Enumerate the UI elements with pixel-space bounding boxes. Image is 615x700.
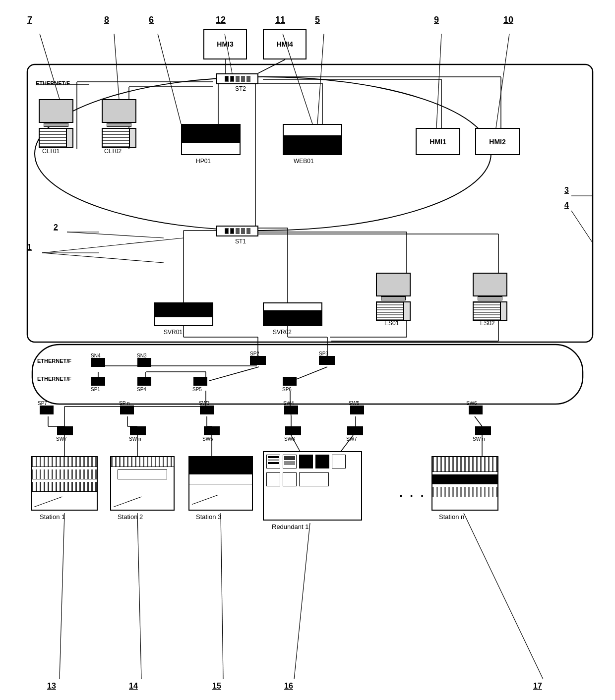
svg-line-5 [258,59,285,73]
arrow-lines-svg [0,0,615,700]
ref-4: 4 [564,201,569,210]
hmi2-box: HMI2 [475,128,520,155]
sp4-label: SP n [119,401,130,406]
svg-line-68 [114,34,119,99]
svr02-label: SVR02 [273,329,292,336]
sw7-label: SW7 [346,436,357,442]
ref-12: 11 [275,15,285,25]
st2-switch [216,73,258,84]
redundant1-label: Redundant 1 [272,523,308,530]
swn-switch [475,426,491,435]
sp1-switch [193,377,207,386]
ref-7: 7 [27,15,32,25]
sn3-label: SP4 [137,387,146,392]
connections-svg [0,0,615,700]
sp2-label: SP6 [282,387,292,392]
sw2-label: SP3 [319,351,328,356]
es02-label: ES02 [480,320,494,327]
sp5-label: SW3 [199,401,210,406]
station3-box [188,456,253,511]
spn-switch [469,406,483,414]
ref-6: 6 [149,15,154,25]
sw1-switch [250,356,266,365]
hmi1-label: HMI1 [430,138,446,146]
sw5-switch [204,426,220,435]
es02-computer [473,273,507,321]
sw6-switch [285,426,301,435]
svg-line-84 [221,513,223,679]
sn4-switch [137,358,151,367]
svg-line-86 [464,513,543,679]
spn-label: SW6 [466,401,477,406]
svg-line-74 [496,34,509,128]
ref-10: 10 [503,15,513,25]
svg-line-85 [294,523,310,679]
station2-box [110,456,175,511]
sp6-label: SW4 [283,401,294,406]
sw4-switch [130,426,146,435]
clt01-label: CLT01 [42,148,60,155]
svr02-server [263,302,322,327]
sw3-switch [57,426,73,435]
es01-label: ES01 [384,320,399,327]
station2-label: Station 2 [118,513,143,521]
sp7-switch [350,406,364,414]
ref-8: 8 [104,15,109,25]
sw1-label: SP2 [250,351,259,356]
st1-switch [216,226,258,236]
svg-line-42 [293,367,327,381]
ref-13: 13 [47,682,56,691]
hmi3-label: HMI3 [217,40,233,48]
ref-16: 16 [284,682,293,691]
ref-2: 2 [54,223,58,232]
svg-line-83 [137,513,141,679]
ref-9: 9 [434,15,439,25]
es01-computer [376,273,411,321]
stationn-box [431,456,498,511]
hp01-label: HP01 [196,158,211,165]
sw7-switch [347,426,363,435]
sw2-switch [319,356,335,365]
redundant1-box [263,451,362,521]
sn1-label: SP1 [91,387,100,392]
web01-label: WEB01 [294,158,314,165]
web01-server [283,124,342,156]
svg-line-76 [571,211,593,243]
ref-3: 3 [564,186,569,195]
sp3-label: SP7 [38,401,47,406]
sw6-label: SW6 [284,436,295,442]
swn-label: SW n [473,436,485,442]
clt02-label: CLT02 [104,148,122,155]
hp01-server [181,124,241,156]
hmi1-box: HMI1 [416,128,460,155]
svg-line-72 [317,34,324,124]
ref-1: 1 [27,243,32,252]
ethernet-f-label-2: ETHERNET/F [37,376,71,382]
diagram-container: 7 8 6 12 11 5 9 10 HMI3 HMI4 ETHERNET/F … [0,0,615,700]
sp1-label: SP5 [192,387,202,392]
hmi4-box: HMI4 [263,29,307,59]
svg-line-69 [158,34,181,124]
svg-rect-2 [32,345,583,404]
ethernet-f-label-top: ETHERNET/F [36,80,70,86]
hmi2-label: HMI2 [489,138,505,146]
sn2-label: SN4 [91,353,100,358]
svg-line-60 [475,416,482,426]
st1-label: ST1 [235,238,246,245]
sp3-switch [40,406,54,414]
sp2-switch [283,377,297,386]
ref-11: 12 [216,15,226,25]
svg-line-81 [67,232,164,238]
ref-17: 17 [533,682,542,691]
station3-label: Station 3 [196,513,221,521]
sp7-label: SW5 [349,401,360,406]
svg-line-67 [40,34,60,99]
sw3-label: SW7 [56,436,67,442]
st2-label: ST2 [235,85,246,92]
ref-5: 5 [315,15,320,25]
svr01-server [154,302,213,327]
clt02-computer [102,99,136,148]
ref-14: 14 [129,682,138,691]
svg-line-82 [60,513,64,679]
svr01-label: SVR01 [164,329,183,336]
